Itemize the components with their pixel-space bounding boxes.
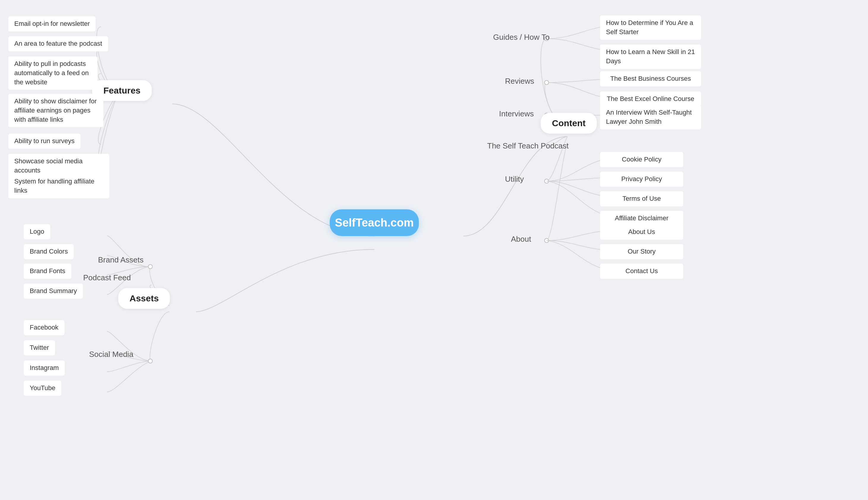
svg-point-0 bbox=[544, 179, 549, 183]
leaf-cookie-policy: Cookie Policy bbox=[600, 152, 683, 167]
about-node: About bbox=[511, 235, 531, 244]
leaf-email-optin: Email opt-in for newsletter bbox=[8, 16, 95, 32]
guides-node: Guides / How To bbox=[493, 33, 550, 42]
leaf-our-story: Our Story bbox=[600, 244, 683, 259]
leaf-new-skill: How to Learn a New Skill in 21 Days bbox=[600, 45, 701, 69]
content-node: Content bbox=[541, 113, 597, 134]
leaf-instagram: Instagram bbox=[24, 361, 65, 376]
leaf-terms-of-use: Terms of Use bbox=[600, 191, 683, 206]
interviews-node: Interviews bbox=[499, 109, 534, 118]
leaf-self-starter: How to Determine if You Are a Self Start… bbox=[600, 15, 701, 40]
leaf-twitter: Twitter bbox=[24, 340, 55, 355]
leaf-affiliate-disclaimer2: Affiliate Disclaimer bbox=[600, 211, 683, 226]
leaf-brand-summary: Brand Summary bbox=[24, 284, 83, 299]
leaf-brand-colors: Brand Colors bbox=[24, 244, 74, 259]
mindmap: SelfTeach.com Features Email opt-in for … bbox=[0, 0, 868, 500]
center-node: SelfTeach.com bbox=[330, 209, 419, 236]
brand-assets-node: Brand Assets bbox=[98, 255, 144, 264]
leaf-affiliate-system: System for handling affiliate links bbox=[8, 174, 109, 198]
leaf-pull-podcasts: Ability to pull in podcasts automaticall… bbox=[8, 56, 98, 90]
leaf-surveys: Ability to run surveys bbox=[8, 134, 80, 149]
svg-point-6 bbox=[148, 359, 153, 363]
assets-node: Assets bbox=[118, 288, 170, 309]
leaf-interview-lawyer: An Interview With Self-Taught Lawyer Joh… bbox=[600, 105, 701, 129]
leaf-business-courses: The Best Business Courses bbox=[600, 71, 701, 87]
leaf-affiliate-disclaimer: Ability to show disclaimer for affiliate… bbox=[8, 94, 103, 127]
connections-svg bbox=[0, 0, 868, 500]
leaf-about-us: About Us bbox=[600, 225, 683, 240]
leaf-excel-course: The Best Excel Online Course bbox=[600, 91, 701, 106]
social-media-node: Social Media bbox=[89, 350, 133, 359]
reviews-node: Reviews bbox=[505, 77, 534, 86]
leaf-privacy-policy: Privacy Policy bbox=[600, 172, 683, 187]
podcast-node: The Self Teach Podcast bbox=[487, 141, 568, 150]
leaf-youtube: YouTube bbox=[24, 380, 61, 396]
leaf-feature-podcast: An area to feature the podcast bbox=[8, 36, 108, 52]
svg-point-5 bbox=[148, 264, 153, 269]
leaf-brand-fonts: Brand Fonts bbox=[24, 264, 71, 279]
utility-node: Utility bbox=[505, 174, 524, 184]
leaf-logo: Logo bbox=[24, 224, 50, 239]
leaf-contact-us: Contact Us bbox=[600, 264, 683, 279]
leaf-facebook: Facebook bbox=[24, 320, 65, 335]
podcast-feed-node: Podcast Feed bbox=[83, 273, 131, 282]
svg-point-3 bbox=[544, 80, 549, 84]
svg-point-1 bbox=[544, 238, 549, 242]
